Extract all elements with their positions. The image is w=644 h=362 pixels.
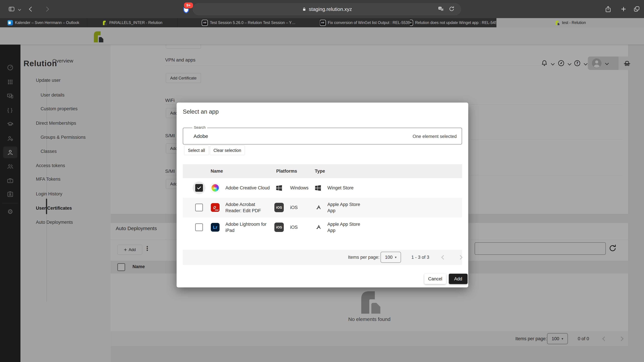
tab-title: Fix conversion of WinGet list Output : R…: [328, 20, 410, 25]
svg-text:x: x: [442, 8, 442, 11]
column-header-name: Name: [211, 169, 223, 174]
youtrack-icon: YT: [202, 20, 208, 26]
items-per-page-select[interactable]: 100 ▾: [380, 252, 401, 263]
acrobat-app-icon: PDF: [211, 203, 220, 212]
tab-title: Relution does not update Winget app : RE…: [415, 20, 496, 25]
add-button[interactable]: Add: [449, 274, 468, 284]
sidebar-icon: [8, 6, 15, 12]
translate-icon[interactable]: A x: [438, 6, 444, 12]
app-store-icon: [314, 203, 323, 212]
table-row[interactable]: PDF Adobe Acrobat Reader: Edit PDF iOS i…: [183, 198, 462, 217]
creative-cloud-app-icon: ∞: [211, 184, 220, 192]
tab-youtrack-rel-5450[interactable]: YT Relution does not update Winget app :…: [410, 18, 496, 27]
lightroom-app-icon: Lr: [211, 223, 220, 232]
sidebar-toggle-button[interactable]: [8, 5, 16, 13]
outlook-icon: [8, 20, 13, 25]
share-button[interactable]: [603, 4, 613, 14]
platform-label: iOS: [290, 224, 298, 230]
platform-label: iOS: [290, 204, 298, 211]
app-name: Adobe Lightroom for iPad: [226, 221, 272, 234]
paginator-range: 1 - 3 of 3: [412, 255, 429, 260]
select-all-button[interactable]: Select all: [184, 145, 209, 155]
row-checkbox-unchecked[interactable]: [195, 223, 203, 231]
tab-title: Kalender – Sven Herrmann – Outlook: [15, 20, 79, 25]
table-header: Name Platforms Type: [183, 164, 462, 178]
svg-text:A: A: [439, 7, 441, 9]
row-checkbox-checked[interactable]: [195, 184, 203, 192]
lock-icon: [302, 7, 306, 12]
column-header-platforms: Platforms: [276, 169, 297, 174]
selection-status: One element selected: [412, 134, 457, 139]
items-per-page-label: Items per page:: [348, 255, 380, 260]
tab-title: Test Session 5.26.0 – Relution Test Sess…: [210, 20, 296, 25]
app-name: Adobe Acrobat Reader: Edit PDF: [226, 201, 272, 214]
url-text: staging.relution.xyz: [309, 6, 352, 12]
type-label: Apple App Store App: [327, 221, 368, 234]
check-icon: [196, 185, 202, 191]
reload-icon[interactable]: [448, 6, 455, 12]
type-label: Winget Store: [327, 185, 369, 191]
button-label: Clear selection: [214, 148, 241, 153]
dialog-paginator: Items per page: 100 ▾ 1 - 3 of 3: [183, 250, 462, 265]
back-button[interactable]: [28, 5, 35, 13]
tab-test-relution-active[interactable]: test - Relution: [496, 18, 644, 27]
platform-label: Windows: [290, 185, 308, 191]
forward-button[interactable]: [43, 5, 50, 13]
search-field[interactable]: Search Adobe One element selected: [183, 128, 462, 144]
tab-bar: Kalender – Sven Herrmann – Outlook PARAL…: [0, 18, 644, 27]
app-store-icon: [314, 223, 323, 231]
clear-selection-button[interactable]: Clear selection: [210, 145, 245, 155]
tab-youtrack-test-session[interactable]: YT Test Session 5.26.0 – Relution Test S…: [178, 18, 320, 27]
type-label: Apple App Store App: [327, 201, 368, 214]
ios-badge-icon: iOS: [274, 223, 284, 232]
tab-parallels-inter[interactable]: PARALLELS_INTER - Relution: [87, 18, 178, 27]
cancel-button[interactable]: Cancel: [424, 274, 446, 284]
sidebar-chevron-icon[interactable]: [18, 8, 21, 11]
tab-title: test - Relution: [562, 20, 586, 25]
button-label: Select all: [188, 148, 205, 153]
tab-youtrack-rel-5539[interactable]: YT Fix conversion of WinGet list Output …: [320, 18, 410, 27]
ios-badge-icon: iOS: [274, 203, 284, 212]
chevron-down-icon: ▾: [395, 255, 397, 259]
button-label: Add: [454, 276, 462, 282]
relution-favicon: [554, 20, 560, 25]
browser-toolbar: 9+ staging.relution.xyz A x +: [0, 0, 644, 18]
youtrack-icon: YT: [320, 20, 326, 26]
row-checkbox-unchecked[interactable]: [195, 204, 203, 211]
dialog-title: Select an app: [183, 108, 219, 115]
extension-badge: 9+: [184, 2, 194, 9]
search-label: Search: [192, 125, 207, 130]
button-label: Cancel: [428, 276, 442, 282]
column-header-type: Type: [315, 169, 325, 174]
relution-favicon: [102, 20, 107, 25]
tab-outlook-kalender[interactable]: Kalender – Sven Herrmann – Outlook: [0, 18, 87, 27]
previous-page-button[interactable]: [441, 255, 446, 260]
url-bar[interactable]: staging.relution.xyz A x: [193, 3, 461, 15]
tab-title: PARALLELS_INTER - Relution: [109, 20, 162, 25]
tab-overview-button[interactable]: [632, 4, 642, 14]
app-name: Adobe Creative Cloud: [226, 185, 272, 191]
next-page-button[interactable]: [458, 255, 462, 260]
youtrack-icon: YT: [410, 20, 413, 26]
table-row[interactable]: ∞ Adobe Creative Cloud Windows Winget St…: [183, 178, 462, 198]
windows-icon: [314, 184, 322, 192]
new-tab-button[interactable]: +: [618, 4, 628, 14]
table-row[interactable]: Lr Adobe Lightroom for iPad iOS iOS Appl…: [183, 218, 462, 237]
select-app-dialog: Select an app Search Adobe One element s…: [176, 103, 468, 287]
windows-icon: [275, 184, 283, 192]
search-value: Adobe: [194, 133, 208, 139]
per-page-value: 100: [385, 255, 392, 260]
